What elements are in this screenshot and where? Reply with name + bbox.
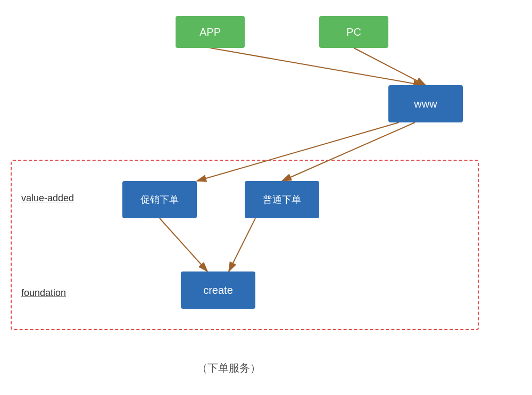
node-create: create [181,271,255,309]
svg-line-2 [354,48,426,85]
node-pc: PC [319,16,388,48]
diagram-container: APP PC www 促销下单 普通下单 create value-added … [0,0,532,395]
node-create-label: create [203,284,233,297]
node-www: www [388,85,463,122]
node-app: APP [176,16,245,48]
svg-line-1 [210,48,423,85]
node-pc-label: PC [346,26,361,38]
label-foundation: foundation [21,287,66,299]
node-normal-label: 普通下单 [263,193,301,206]
node-app-label: APP [200,26,221,38]
label-value-added: value-added [21,193,74,204]
node-normal: 普通下单 [245,181,319,218]
node-promo: 促销下单 [122,181,197,218]
node-promo-label: 促销下单 [140,193,179,206]
caption: （下单服务） [197,361,261,375]
node-www-label: www [414,98,437,110]
